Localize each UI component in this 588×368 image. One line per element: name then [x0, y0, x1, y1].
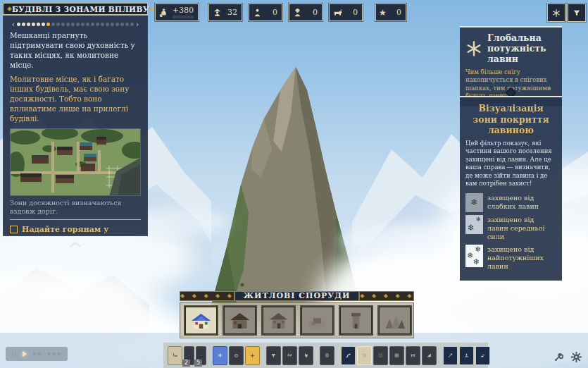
building-tower-house-button[interactable]	[339, 305, 373, 336]
collapse-panel-chevron-icon[interactable]	[69, 238, 82, 245]
snowflake-shield-icon	[218, 350, 223, 360]
yak-herd-2-button[interactable]: 2	[184, 346, 194, 365]
tutorial-panel: ‹ › Мешканці прагнуть підтримувати свою …	[3, 16, 148, 236]
settings-gear-icon[interactable]	[570, 351, 582, 363]
star-icon: ★	[379, 8, 387, 17]
ornament-diamond-icon: ◈	[149, 6, 154, 12]
signpost-button[interactable]	[266, 346, 281, 365]
filter-button[interactable]	[568, 4, 586, 22]
raise-terrain-icon	[464, 350, 469, 360]
building-hillside-house-button[interactable]	[184, 305, 218, 336]
building-ruin-plot-button[interactable]	[300, 305, 334, 336]
yak-herd-5-button[interactable]: 5	[196, 346, 206, 365]
next-page-arrow[interactable]: ›	[136, 20, 139, 28]
illustration-caption: Зони досяжності визначаються вздовж дорі…	[10, 199, 141, 216]
resource-villagers[interactable]: 32	[208, 4, 242, 21]
eyedropper-button[interactable]	[443, 346, 458, 365]
bottom-toolbar: 2 5	[163, 343, 488, 368]
goods-basket-button[interactable]	[229, 346, 244, 365]
resource-monks[interactable]: 0	[249, 4, 282, 21]
funnel-icon	[573, 8, 581, 18]
legend-row-medium: ❄ ❄ захищено від лавин середньої сили	[465, 215, 556, 242]
resource-nobles[interactable]: 0	[289, 4, 323, 21]
money-bag-icon	[158, 7, 169, 18]
snowflake-icon	[465, 40, 482, 57]
prestige-value: 0	[387, 8, 406, 17]
weak-avalanche-swatch: ❄	[465, 193, 483, 212]
avalanche-protection-overlay-button[interactable]	[213, 346, 227, 365]
dirt-path-button[interactable]	[357, 346, 372, 365]
corner-tools	[553, 351, 582, 363]
ramp-icon	[427, 350, 432, 360]
ornament-ribbon-left: ◈ ◈ ◈ ◈ ◈ ◈ ◈ ◈	[180, 291, 234, 301]
nobles-value: 0	[303, 8, 322, 17]
gold-value: +380	[169, 6, 198, 15]
mandala-icon	[250, 350, 255, 361]
resource-gold[interactable]: +380	[155, 4, 199, 21]
stone-road-button[interactable]	[389, 346, 404, 365]
house-tier1-icon	[189, 309, 213, 333]
fastest-speed-button[interactable]	[48, 352, 61, 356]
yaks-value: 0	[343, 8, 362, 17]
yak-icon	[332, 7, 343, 18]
strong-avalanche-swatch: ❄ ❄ ❄	[465, 245, 483, 267]
barrel-icon	[325, 350, 330, 360]
eyedropper-icon	[448, 350, 453, 360]
population-herd-button[interactable]	[168, 346, 182, 365]
tutorial-illustration	[10, 128, 141, 196]
gravel-path-button[interactable]	[373, 346, 388, 365]
road-tool-button[interactable]	[341, 346, 356, 365]
ruin-mound-icon	[306, 309, 329, 333]
ramp-button[interactable]	[422, 346, 437, 365]
snowflake-leaf-icon	[287, 350, 292, 360]
fast-speed-button[interactable]	[33, 352, 42, 356]
ornament-overlay-button[interactable]	[245, 346, 260, 365]
raise-terrain-button[interactable]	[459, 346, 474, 365]
playback-controls	[6, 347, 68, 361]
seasons-button[interactable]	[282, 346, 297, 365]
legend-row-strong: ❄ ❄ ❄ захищено від найпотужніших лавин	[465, 245, 556, 271]
noble-icon	[292, 7, 303, 18]
task-line: Надайте горянам у кількості:	[22, 224, 141, 236]
monks-value: 0	[263, 8, 282, 17]
build-menu-header: ◈ ◈ ◈ ◈ ◈ ◈ ◈ ◈ ЖИТЛОВІ СПОРУДИ ◈ ◈ ◈ ◈ …	[180, 291, 414, 301]
villagers-value: 32	[223, 8, 242, 17]
build-menu-panel: ◈ ◈ ◈ ◈ ◈ ◈ ◈ ◈ ЖИТЛОВІ СПОРУДИ ◈ ◈ ◈ ◈ …	[180, 291, 414, 338]
pause-button[interactable]	[12, 351, 16, 357]
legend-label: захищено від слабких лавин	[487, 193, 556, 211]
snowflake-icon: ❄	[475, 216, 481, 223]
resource-prestige[interactable]: ★ 0	[375, 4, 406, 21]
legend-label: захищено від найпотужніших лавин	[487, 245, 556, 271]
snowflake-icon	[552, 8, 561, 18]
quest-task[interactable]: Надайте горянам у кількості: 32 доступ д…	[10, 224, 141, 236]
pagination-dots[interactable]	[17, 23, 134, 26]
wrench-icon[interactable]	[553, 352, 564, 362]
tutorial-paragraph-2: Молитовне місце, як і багато інших будів…	[10, 75, 141, 123]
task-text: Надайте горянам у кількості: 32 доступ д…	[22, 224, 141, 236]
medium-avalanche-swatch: ❄ ❄	[465, 215, 483, 234]
bridge-button[interactable]	[406, 346, 420, 365]
yak-count-badge: 2	[182, 360, 190, 367]
house-tier3-icon	[267, 309, 290, 333]
tutorial-title: БУДІВЛІ З ЗОНАМИ ВПЛИВУ	[12, 5, 149, 13]
avalanche-power-title: Глобальна потужність лавин	[487, 32, 556, 64]
barrel-storage-button[interactable]	[320, 346, 334, 365]
building-cliff-houses-button[interactable]	[377, 305, 412, 336]
building-stone-house-button[interactable]	[261, 305, 296, 336]
avalanche-overlay-button[interactable]	[547, 4, 565, 22]
snowflake-icon: ❄	[475, 245, 481, 253]
resource-yaks[interactable]: 0	[329, 4, 363, 21]
monk-icon	[252, 7, 263, 18]
herder-and-yak-icon	[173, 350, 177, 361]
prev-page-arrow[interactable]: ‹	[12, 20, 15, 28]
demolish-button[interactable]	[475, 346, 490, 365]
play-button[interactable]	[23, 351, 27, 357]
task-checkbox[interactable]	[10, 226, 18, 233]
tutorial-paragraph-1: Мешканці прагнуть підтримувати свою духо…	[10, 31, 141, 70]
house-tier2-icon	[228, 309, 251, 333]
stone-road-icon	[394, 350, 399, 360]
building-timber-house-button[interactable]	[223, 305, 257, 336]
trader-button[interactable]	[299, 346, 313, 365]
curved-road-icon	[346, 350, 351, 361]
ornament-ribbon-right: ◈ ◈ ◈ ◈ ◈ ◈ ◈ ◈	[359, 291, 414, 301]
